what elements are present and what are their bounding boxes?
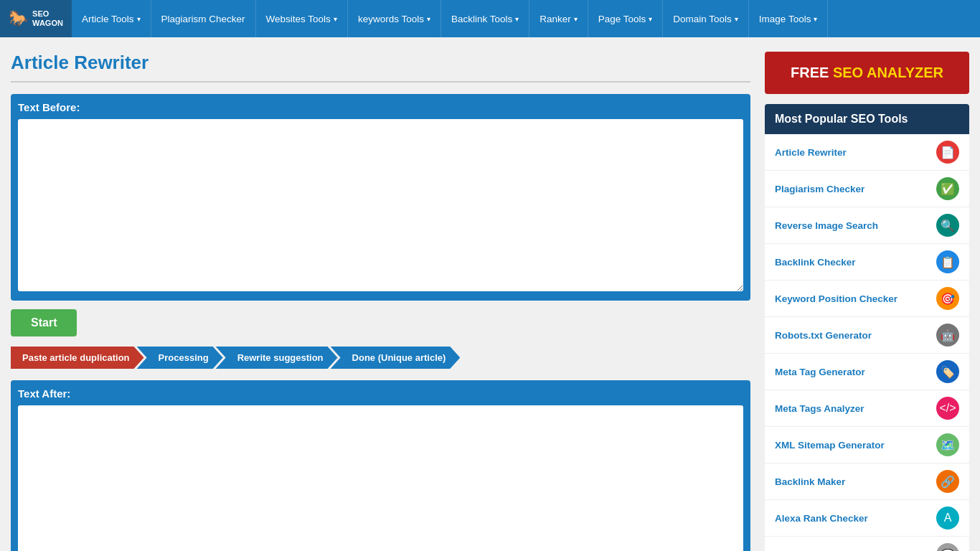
tool-icon-robots-txt-generator: 🤖 <box>936 324 959 347</box>
tool-icon-backlink-checker: 📋 <box>936 250 959 273</box>
tool-name-plagiarism-checker: Plagiarism Checker <box>775 184 864 194</box>
tool-name-reverse-image-search: Reverse Image Search <box>775 220 878 231</box>
tool-item-plagiarism-checker[interactable]: Plagiarism Checker✅ <box>765 171 969 207</box>
tool-list: Article Rewriter📄Plagiarism Checker✅Reve… <box>765 134 969 551</box>
text-after-input[interactable] <box>18 405 743 551</box>
page-title: Article Rewriter <box>11 52 750 83</box>
nav-item-keywords-tools[interactable]: keywords Tools ▾ <box>348 0 441 37</box>
text-before-label: Text Before: <box>18 101 743 113</box>
tool-name-alexa-rank-checker: Alexa Rank Checker <box>775 513 868 524</box>
tool-icon-alexa-rank-checker: A <box>936 507 959 529</box>
tool-name-meta-tags-analyzer: Meta Tags Analyzer <box>775 403 864 414</box>
tool-icon-meta-tags-analyzer: </> <box>936 397 959 420</box>
text-after-label: Text After: <box>18 387 743 400</box>
tool-item-meta-tag-generator[interactable]: Meta Tag Generator🏷️ <box>765 354 969 390</box>
nav-link-websites-tools[interactable]: Websites Tools ▾ <box>256 0 348 37</box>
chevron-down-icon-ranker: ▾ <box>574 15 578 23</box>
tool-name-xml-sitemap-generator: XML Sitemap Generator <box>775 440 885 451</box>
logo-text-line1: SEO <box>32 9 63 19</box>
logo[interactable]: 🐎 SEO WAGON <box>0 0 72 37</box>
tool-name-keyword-position-checker: Keyword Position Checker <box>775 293 897 304</box>
nav-link-page-tools[interactable]: Page Tools ▾ <box>588 0 664 37</box>
tool-name-backlink-maker: Backlink Maker <box>775 476 845 487</box>
nav-link-plagiarism-checker[interactable]: Plagiarism Checker <box>151 0 256 37</box>
tool-item-reverse-image-search[interactable]: Reverse Image Search🔍 <box>765 207 969 244</box>
nav-item-article-tools[interactable]: Article Tools ▾ <box>72 0 151 37</box>
step-step-2: Processing <box>137 347 223 369</box>
chevron-down-icon-websites-tools: ▾ <box>334 15 337 23</box>
logo-text-line2: WAGON <box>32 19 63 28</box>
nav-item-page-tools[interactable]: Page Tools ▾ <box>588 0 664 37</box>
chevron-down-icon-domain-tools: ▾ <box>735 15 738 23</box>
chevron-down-icon-keywords-tools: ▾ <box>427 15 430 23</box>
nav-item-backlink-tools[interactable]: Backlink Tools ▾ <box>441 0 529 37</box>
text-before-input[interactable] <box>18 119 743 291</box>
chevron-down-icon-article-tools: ▾ <box>137 15 141 23</box>
logo-icon: 🐎 <box>9 9 28 28</box>
nav-item-image-tools[interactable]: Image Tools ▾ <box>749 0 829 37</box>
step-step-1: Paste article duplication <box>11 347 144 369</box>
tool-item-backlink-maker[interactable]: Backlink Maker🔗 <box>765 463 969 500</box>
nav-item-list: Article Tools ▾Plagiarism CheckerWebsite… <box>72 0 828 37</box>
tool-icon-backlink-maker: 🔗 <box>936 470 959 493</box>
tool-item-backlink-checker[interactable]: Backlink Checker📋 <box>765 244 969 281</box>
tool-item-keyword-position-checker[interactable]: Keyword Position Checker🎯 <box>765 281 969 317</box>
start-button[interactable]: Start <box>11 309 77 336</box>
main-content: Article Rewriter Text Before: Start Past… <box>11 52 750 551</box>
tool-icon-word-counter: 💬 <box>936 543 959 551</box>
tool-icon-article-rewriter: 📄 <box>936 141 959 164</box>
text-after-container: Text After: <box>11 380 750 551</box>
chevron-down-icon-backlink-tools: ▾ <box>515 15 519 23</box>
sidebar: FREE SEO ANALYZER Most Popular SEO Tools… <box>765 52 969 551</box>
nav-link-ranker[interactable]: Ranker ▾ <box>529 0 588 37</box>
nav-link-backlink-tools[interactable]: Backlink Tools ▾ <box>441 0 529 37</box>
analyzer-seo-text: SEO ANALYZER <box>833 65 943 80</box>
main-navigation: 🐎 SEO WAGON Article Tools ▾Plagiarism Ch… <box>0 0 980 37</box>
tool-name-article-rewriter: Article Rewriter <box>775 147 847 158</box>
tool-icon-plagiarism-checker: ✅ <box>936 177 959 200</box>
nav-item-plagiarism-checker[interactable]: Plagiarism Checker <box>151 0 256 37</box>
analyzer-free-text: FREE <box>791 65 833 80</box>
chevron-down-icon-page-tools: ▾ <box>649 15 652 23</box>
step-step-3: Rewrite suggestion <box>216 347 338 369</box>
tool-icon-reverse-image-search: 🔍 <box>936 214 959 237</box>
nav-item-websites-tools[interactable]: Websites Tools ▾ <box>256 0 348 37</box>
tool-name-robots-txt-generator: Robots.txt Generator <box>775 330 872 341</box>
tool-item-meta-tags-analyzer[interactable]: Meta Tags Analyzer</> <box>765 390 969 427</box>
tool-name-meta-tag-generator: Meta Tag Generator <box>775 367 865 377</box>
nav-item-ranker[interactable]: Ranker ▾ <box>529 0 588 37</box>
tool-item-xml-sitemap-generator[interactable]: XML Sitemap Generator🗺️ <box>765 427 969 463</box>
tool-item-robots-txt-generator[interactable]: Robots.txt Generator🤖 <box>765 317 969 354</box>
tool-item-word-counter[interactable]: Word Counter💬 <box>765 537 969 551</box>
tool-icon-meta-tag-generator: 🏷️ <box>936 360 959 383</box>
seo-analyzer-button[interactable]: FREE SEO ANALYZER <box>765 52 969 94</box>
nav-item-domain-tools[interactable]: Domain Tools ▾ <box>663 0 749 37</box>
tool-item-article-rewriter[interactable]: Article Rewriter📄 <box>765 134 969 171</box>
step-step-4: Done (Unique article) <box>331 347 461 369</box>
nav-link-image-tools[interactable]: Image Tools ▾ <box>749 0 829 37</box>
steps-bar: Paste article duplicationProcessingRewri… <box>11 347 750 369</box>
nav-link-keywords-tools[interactable]: keywords Tools ▾ <box>348 0 441 37</box>
nav-link-article-tools[interactable]: Article Tools ▾ <box>72 0 151 37</box>
text-before-container: Text Before: <box>11 94 750 301</box>
popular-tools-header: Most Popular SEO Tools <box>765 104 969 134</box>
popular-tools-box: Most Popular SEO Tools Article Rewriter📄… <box>765 104 969 551</box>
chevron-down-icon-image-tools: ▾ <box>814 15 817 23</box>
tool-icon-xml-sitemap-generator: 🗺️ <box>936 433 959 456</box>
nav-link-domain-tools[interactable]: Domain Tools ▾ <box>663 0 749 37</box>
tool-item-alexa-rank-checker[interactable]: Alexa Rank CheckerA <box>765 500 969 537</box>
tool-icon-keyword-position-checker: 🎯 <box>936 287 959 310</box>
tool-name-backlink-checker: Backlink Checker <box>775 257 856 268</box>
